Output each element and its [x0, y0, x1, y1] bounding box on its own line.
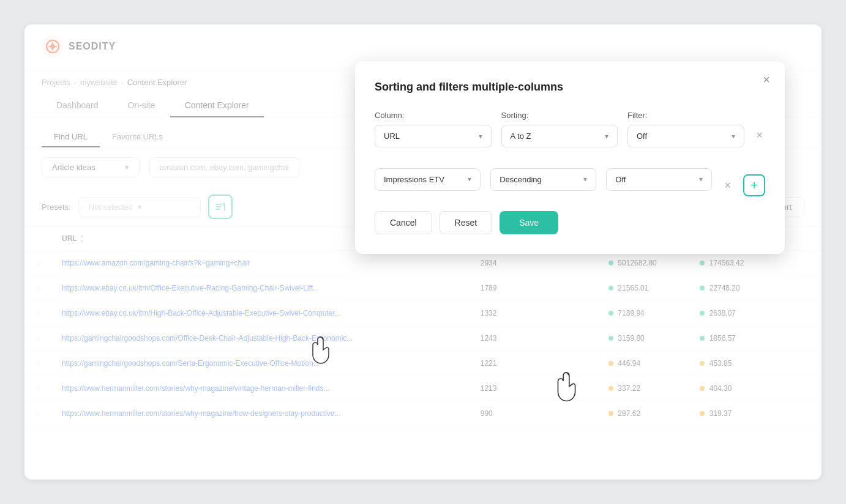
- filter-row-2: Impressions ETV ▾ Descending ▾ Off ▾: [375, 162, 765, 196]
- row2-filter-chevron-icon: ▾: [699, 175, 703, 183]
- filter-row-1: Column: URL ▾ Sorting: A to Z ▾ Filter:: [375, 111, 765, 147]
- row1-sorting-dropdown[interactable]: A to Z ▾: [501, 125, 618, 147]
- row1-column-value: URL: [384, 132, 400, 141]
- cancel-button[interactable]: Cancel: [375, 211, 432, 234]
- row2-column-dropdown[interactable]: Impressions ETV ▾: [375, 168, 481, 191]
- modal-actions: Cancel Reset Save: [375, 211, 765, 234]
- row1-column-chevron-icon: ▾: [479, 132, 482, 141]
- row1-filter-value: Off: [637, 132, 647, 141]
- row1-sorting-label: Sorting:: [501, 111, 618, 120]
- row2-filter-value: Off: [615, 175, 626, 184]
- row1-filter-dropdown[interactable]: Off ▾: [627, 125, 744, 147]
- modal-title: Sorting and filters multiple-columns: [375, 81, 765, 94]
- row1-column-dropdown[interactable]: URL ▾: [375, 125, 492, 147]
- row2-column-value: Impressions ETV: [384, 175, 444, 184]
- row1-column-label: Column:: [375, 111, 492, 120]
- sort-filter-modal: × Sorting and filters multiple-columns C…: [355, 61, 785, 254]
- row2-sorting-value: Descending: [500, 175, 542, 184]
- row1-delete-button[interactable]: ×: [754, 127, 766, 144]
- row2-filter-dropdown[interactable]: Off ▾: [606, 168, 712, 191]
- add-filter-row-button[interactable]: +: [743, 174, 765, 196]
- row2-delete-button[interactable]: ×: [722, 177, 733, 195]
- reset-button[interactable]: Reset: [440, 211, 493, 234]
- save-button[interactable]: Save: [500, 211, 558, 234]
- row1-filter-label: Filter:: [627, 111, 744, 120]
- row2-column-chevron-icon: ▾: [468, 175, 471, 183]
- row2-sorting-chevron-icon: ▾: [583, 175, 587, 183]
- row1-sorting-value: A to Z: [511, 132, 531, 141]
- row2-sorting-dropdown[interactable]: Descending ▾: [490, 168, 596, 191]
- row1-filter-chevron-icon: ▾: [732, 132, 735, 141]
- modal-close-button[interactable]: ×: [763, 73, 770, 86]
- row1-sorting-chevron-icon: ▾: [605, 132, 608, 141]
